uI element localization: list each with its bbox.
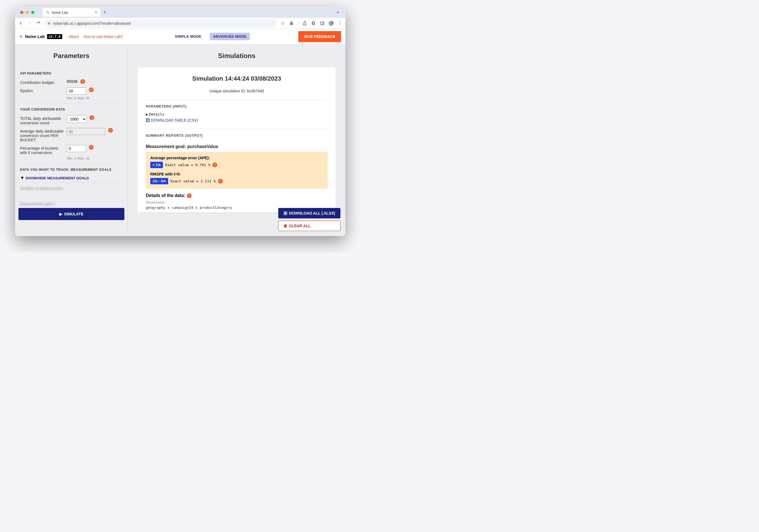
maximize-window-button[interactable] bbox=[31, 11, 34, 14]
simulations-title: Simulations bbox=[135, 52, 339, 60]
tab-favicon-icon: ✎ bbox=[46, 10, 50, 15]
data-details-heading: Details of the data: bbox=[146, 193, 185, 198]
ape-label: Average percentage error (APE): bbox=[150, 156, 323, 160]
pct-zero-help-icon[interactable]: ? bbox=[89, 145, 94, 150]
minimize-window-button[interactable] bbox=[25, 11, 29, 14]
parameters-title: Parameters bbox=[20, 52, 123, 60]
measurement-goals-heading: DATA YOU WANT TO TRACK: MEASUREMENT GOAL… bbox=[20, 168, 123, 171]
reload-button[interactable] bbox=[35, 20, 41, 26]
new-tab-button[interactable]: + bbox=[103, 10, 106, 16]
ape-badge: < 1% bbox=[150, 162, 163, 168]
simulation-heading: Simulation 14:44:24 03/08/2023 bbox=[146, 75, 328, 82]
simulation-id-value: bc067445 bbox=[247, 89, 264, 93]
rmspe-help-icon[interactable]: ? bbox=[218, 179, 222, 183]
about-link[interactable]: About bbox=[69, 34, 79, 39]
measurement-goal-title: Measurement goal: purchaseValue bbox=[146, 144, 328, 149]
blurred-text-2: Measurement goal 1 bbox=[20, 202, 123, 206]
url-text: noise-lab.uc.r.appspot.com/?mode=advance… bbox=[53, 21, 131, 25]
epsilon-hint: Min: 0, Max: 64 bbox=[67, 96, 123, 100]
rmspe-label: RMSPE with t=5: bbox=[150, 172, 323, 176]
download-all-xlsx-button[interactable]: ⬇ DOWNLOAD ALL (.XLSX) bbox=[278, 208, 340, 218]
ape-exact-value: Exact value = 0.741 % bbox=[165, 163, 210, 167]
address-bar[interactable]: ⚙ noise-lab.uc.r.appspot.com/?mode=advan… bbox=[44, 19, 277, 27]
tab-title: Noise Lab bbox=[52, 11, 93, 15]
pct-zero-label: Percentage of buckets with 0 conversions… bbox=[20, 145, 64, 155]
profile-avatar-icon[interactable] bbox=[328, 20, 334, 26]
browser-tabstrip: ✎ Noise Lab × + bbox=[15, 7, 345, 18]
blurred-text-1: Number of measurement bbox=[20, 186, 123, 191]
side-panel-icon[interactable] bbox=[320, 20, 325, 26]
details-disclosure[interactable]: ▶ Details bbox=[146, 112, 328, 116]
total-conversion-label: TOTAL daily attributable conversion coun… bbox=[20, 115, 64, 125]
ape-help-icon[interactable]: ? bbox=[213, 163, 217, 167]
epsilon-label: Epsilon: bbox=[20, 88, 64, 93]
simulate-label: SIMULATE bbox=[64, 212, 84, 216]
clear-all-button[interactable]: 🗑 CLEAR ALL bbox=[278, 221, 340, 231]
extensions-icon[interactable] bbox=[289, 20, 294, 26]
download-icon: ⬇ bbox=[146, 118, 150, 122]
api-parameters-heading: API PARAMETERS bbox=[20, 71, 123, 75]
tabs-overflow-button[interactable] bbox=[334, 9, 341, 16]
back-button[interactable] bbox=[18, 20, 23, 26]
contribution-budget-help-icon[interactable]: ? bbox=[80, 79, 85, 84]
show-hide-goals-toggle[interactable]: SHOW/HIDE MEASUREMENT GOALS bbox=[25, 176, 89, 180]
download-table-csv-link[interactable]: ⬇ DOWNLOAD TABLE (CSV) bbox=[146, 118, 328, 122]
version-badge: v2.7.0 bbox=[47, 34, 62, 39]
rmspe-badge: 1% - 5% bbox=[150, 178, 168, 184]
epsilon-help-icon[interactable]: ? bbox=[89, 88, 94, 92]
trash-icon: 🗑 bbox=[283, 224, 287, 228]
simulation-card: Simulation 14:44:24 03/08/2023 Unique si… bbox=[138, 67, 336, 212]
window-controls bbox=[17, 11, 37, 14]
how-to-link[interactable]: How to use Noise Lab? bbox=[83, 34, 123, 39]
right-triangle-icon: ▶ bbox=[146, 112, 148, 116]
summary-reports-heading: SUMMARY REPORTS (OUTPUT) bbox=[146, 134, 328, 137]
parameters-input-heading: PARAMETERS (INPUT) bbox=[146, 104, 328, 108]
app-brand: ✎ Noise Lab v2.7.0 bbox=[20, 34, 62, 39]
simple-mode-tab[interactable]: SIMPLE MODE bbox=[172, 33, 205, 40]
brand-pencil-icon: ✎ bbox=[20, 34, 23, 39]
pct-zero-hint: Min: 0, Max: 10 bbox=[67, 157, 123, 160]
rmspe-exact-value: Exact value = 1.111 % bbox=[170, 179, 216, 183]
app-header: ✎ Noise Lab v2.7.0 About How to use Nois… bbox=[15, 29, 345, 44]
avg-per-bucket-label: Average daily attributable conversion co… bbox=[20, 128, 64, 142]
details-label: Details bbox=[149, 112, 164, 116]
play-icon: ▶ bbox=[60, 212, 62, 216]
total-conversion-help-icon[interactable]: ? bbox=[90, 115, 94, 120]
pct-zero-input[interactable] bbox=[67, 145, 86, 152]
contribution-budget-value: 65536 bbox=[67, 79, 78, 84]
tab-close-icon[interactable]: × bbox=[95, 10, 97, 15]
close-window-button[interactable] bbox=[20, 11, 23, 14]
svg-rect-0 bbox=[321, 22, 324, 25]
download-csv-label: DOWNLOAD TABLE (CSV) bbox=[151, 118, 198, 122]
avg-per-bucket-input bbox=[67, 128, 105, 135]
dimensions-label: Dimensions: bbox=[146, 200, 328, 205]
labs-icon[interactable] bbox=[302, 20, 307, 26]
disclosure-triangle-icon[interactable]: ▼ bbox=[20, 175, 24, 180]
simulation-id-label: Unique simulation ID: bbox=[210, 89, 247, 93]
browser-tab[interactable]: ✎ Noise Lab × bbox=[43, 8, 100, 17]
site-settings-icon[interactable]: ⚙ bbox=[48, 21, 51, 25]
clear-all-label: CLEAR ALL bbox=[289, 224, 311, 228]
total-conversion-select[interactable]: 1000 bbox=[67, 115, 87, 123]
avg-per-bucket-help-icon[interactable]: ? bbox=[108, 128, 113, 133]
bookmark-star-icon[interactable]: ☆ bbox=[280, 20, 285, 26]
conversion-data-heading: YOUR CONVERSION DATA bbox=[20, 107, 123, 111]
epsilon-input[interactable] bbox=[67, 88, 86, 95]
contribution-budget-label: Contribution budget: bbox=[20, 79, 64, 85]
forward-button[interactable] bbox=[27, 20, 32, 26]
brand-name: Noise Lab bbox=[25, 34, 45, 39]
browser-toolbar: ⚙ noise-lab.uc.r.appspot.com/?mode=advan… bbox=[15, 18, 345, 29]
download-all-label: DOWNLOAD ALL (.XLSX) bbox=[289, 211, 335, 215]
advanced-mode-tab[interactable]: ADVANCED MODE bbox=[210, 33, 250, 40]
simulation-id-row: Unique simulation ID: bc067445 bbox=[146, 89, 328, 93]
google-icon[interactable]: G bbox=[311, 20, 316, 26]
download-icon: ⬇ bbox=[283, 211, 287, 215]
chrome-menu-icon[interactable]: ⋮ bbox=[337, 20, 342, 26]
data-details-help-icon[interactable]: ? bbox=[187, 193, 191, 198]
metrics-box: Average percentage error (APE): < 1% Exa… bbox=[146, 152, 328, 189]
give-feedback-button[interactable]: GIVE FEEDBACK bbox=[298, 31, 341, 42]
simulate-button[interactable]: ▶ SIMULATE bbox=[19, 208, 124, 220]
